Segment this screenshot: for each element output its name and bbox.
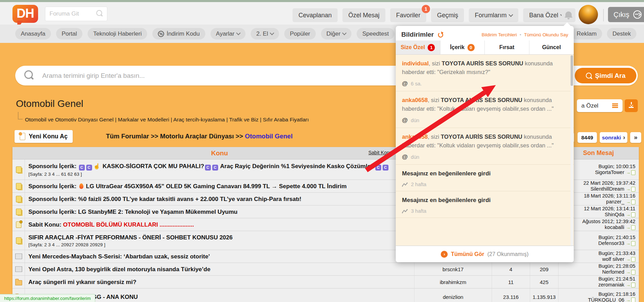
download-button[interactable] (625, 99, 638, 112)
topbar-button-özel-mesaj[interactable]: Özel Mesaj (342, 8, 385, 22)
notification-item[interactable]: individual, sizi TOYOTA AURİS SES SORUNU… (396, 55, 574, 91)
goto-last-post-icon[interactable] (626, 225, 635, 230)
pager-next-button[interactable]: sonraki › (600, 132, 627, 143)
last-post-user[interactable]: SigortaTower (595, 170, 624, 175)
nav-item-reklam[interactable]: Reklam (571, 28, 602, 39)
tab-fırsat[interactable]: Fırsat (485, 40, 529, 54)
last-post-user[interactable]: kocaballi (605, 225, 624, 230)
nav-item-teknoloji-haberleri[interactable]: Teknoloji Haberleri (88, 28, 147, 39)
notification-time: 6 sa. (411, 81, 422, 86)
button-label: Favoriler (396, 12, 420, 19)
topic-title[interactable]: Sponsorlu İçerik: LG UltraGear 45GX950A … (28, 183, 414, 190)
nav-item-speedtest[interactable]: Speedtest (357, 28, 394, 39)
topic-page-links[interactable]: [Sayfa: 2 3 4 ... 20927 20928 20929 ] (28, 242, 414, 247)
topic-search-input[interactable] (42, 68, 389, 83)
last-post-user[interactable]: panzer_ (606, 199, 624, 205)
percent-icon: % (158, 31, 164, 37)
nav-item-ayarlar[interactable]: Ayarlar (211, 28, 246, 39)
nav-item-anasayfa[interactable]: Anasayfa (15, 28, 51, 39)
tab-size-özel[interactable]: Size Özel1 (396, 40, 440, 54)
goto-last-post-icon[interactable] (626, 212, 635, 218)
notification-item[interactable]: anka0658, sizi TOYOTA AURİS SES SORUNU k… (396, 91, 574, 128)
tab-i-çerik[interactable]: İçerik0 (440, 40, 485, 54)
at-icon: @ (402, 80, 408, 87)
pager-last-button[interactable]: » (630, 132, 641, 143)
forum-goto-search-input[interactable] (49, 8, 92, 19)
topic-cell: Sponsorlu İçerik: LG StanbyME 2: Teknolo… (25, 208, 414, 216)
dh-logo[interactable]: DH (12, 5, 38, 23)
topic-title[interactable]: Sabit Konu: OTOMOBİL BÖLÜMÜ KURALLARI ..… (28, 221, 414, 228)
nav-item-i-ndirim-kodu[interactable]: %İndirim Kodu (152, 28, 205, 39)
goto-last-post-icon[interactable] (626, 186, 635, 192)
goto-last-post-icon[interactable] (626, 256, 635, 262)
topbar-button-favoriler[interactable]: Favoriler1 (390, 8, 426, 22)
notification-item[interactable]: Mesajınız en beğenilenlere girdi3 hafta (396, 191, 574, 218)
goto-last-post-icon[interactable] (626, 297, 635, 302)
refresh-icon[interactable] (437, 31, 444, 38)
mark-all-read-link[interactable]: Tümünü Okundu Say (524, 32, 568, 37)
topic-title[interactable]: Sponsorlu İçerik: LG StanbyME 2: Teknolo… (28, 208, 414, 216)
notification-prefs-link[interactable]: Bildirim Tercihleri (482, 32, 517, 37)
topic-title[interactable]: Sponsorlu İçerik: CC☝ KASKO-SİGORTA ÇOK … (28, 163, 414, 171)
goto-last-post-icon[interactable] (626, 269, 635, 275)
view-all-link[interactable]: Tümünü Gör (451, 251, 484, 257)
nav-item-label: Ayarlar (216, 30, 235, 37)
hamburger-icon[interactable] (612, 103, 618, 108)
topic-author[interactable]: ibrahimkzm (414, 276, 492, 288)
topic-title-text: Sponsorlu İçerik: (28, 163, 78, 170)
search-now-button[interactable]: Şimdi Ara (575, 68, 636, 83)
notification-item[interactable]: Mesajınız en beğenilenlere girdi2 hafta (396, 165, 574, 191)
subforum-links[interactable]: Otomobil ve Otomotiv Dünyası Genel | Mar… (25, 117, 309, 123)
logout-button[interactable]: Çıkış (608, 7, 644, 22)
topic-author[interactable]: denizlion (414, 289, 492, 302)
topic-filter-bar[interactable]: a Özel (577, 99, 623, 112)
topic-author[interactable]: brscnk17 (414, 263, 492, 275)
goto-last-post-icon[interactable] (626, 282, 635, 288)
topbar-button-cevaplanan[interactable]: Cevaplanan (293, 8, 338, 22)
goto-last-post-icon[interactable] (626, 240, 635, 246)
panel-scrollbar[interactable] (571, 55, 573, 248)
topic-title[interactable]: Yeni Mercedes-Maybach S-Serisi: ‘Abartıd… (28, 253, 414, 260)
files-icon (16, 196, 21, 202)
topic-title[interactable]: SIFIR ARAÇLAR -FİYAT PERFORMANS - ÖNERİ … (28, 234, 414, 241)
last-post-user[interactable]: wolf silver (602, 256, 624, 262)
last-post-user[interactable]: TÜRKOGLU_06 (588, 297, 624, 302)
sabit-konu-link[interactable]: Sabit Konu (368, 150, 392, 155)
last-post-user[interactable]: Nerfomed (602, 269, 624, 275)
topic-title[interactable]: Sponsorlu İçerik: %0 faizli 25.000 TL’ye… (28, 195, 414, 203)
chevron-down-icon (509, 12, 513, 17)
topic-title[interactable]: Araç süngerli mi yıkanır süngersiz mi? (28, 278, 414, 286)
topic-views: 209 (530, 263, 558, 275)
topic-title-text: Araç süngerli mi yıkanır süngersiz mi? (28, 279, 136, 285)
pager-last-page-number[interactable]: 8449 (578, 132, 597, 143)
notification-meta: @dün (402, 154, 567, 161)
new-topic-button[interactable]: Yeni Konu Aç (15, 130, 73, 143)
nav-item-portal[interactable]: Portal (56, 28, 82, 39)
topic-replies: 11 (492, 276, 530, 288)
topic-page-links[interactable]: [Sayfa: 2 3 4 ... 61 62 63 ] (28, 172, 414, 177)
notification-item[interactable]: anka0658, sizi TOYOTA AURİS SES SORUNU k… (396, 128, 574, 165)
user-avatar[interactable] (579, 5, 598, 24)
goto-last-post-icon[interactable] (626, 170, 635, 175)
notifications-bell-button[interactable] (562, 8, 575, 22)
nav-item-diğer[interactable]: Diğer (321, 28, 352, 39)
tab-güncel[interactable]: Güncel (529, 40, 574, 54)
last-post-user[interactable]: Defensor33 (598, 240, 624, 246)
nav-item-destek[interactable]: Destek (607, 28, 636, 39)
last-post-user[interactable]: ShinQda (605, 212, 624, 218)
topic-title[interactable]: Yeni Opel Astra, 130 beygirlik dizel mot… (28, 266, 414, 273)
goto-last-post-icon[interactable] (626, 199, 635, 205)
topic-icon-cell (12, 180, 25, 192)
breadcrumb-prefix[interactable]: Tüm Forumlar >> Motorlu Araçlar Dünyası … (106, 132, 245, 140)
nav-item-label: Teknoloji Haberleri (93, 30, 142, 37)
breadcrumb-current[interactable]: Otomobil Genel (245, 132, 293, 140)
topbar-button-forumlarım[interactable]: Forumlarım (469, 8, 518, 22)
topbar-button-geçmiş[interactable]: Geçmiş (431, 8, 464, 22)
last-post-user[interactable]: SilenthillDream (590, 186, 624, 192)
scrollbar-thumb[interactable] (571, 55, 573, 86)
nav-item-2-el[interactable]: 2. El (251, 28, 279, 39)
page-icon (631, 241, 635, 246)
last-post-user[interactable]: zeromaniak (598, 282, 624, 288)
topic-icon-cell (12, 263, 25, 275)
nav-item-popüler[interactable]: Popüler (284, 28, 316, 39)
